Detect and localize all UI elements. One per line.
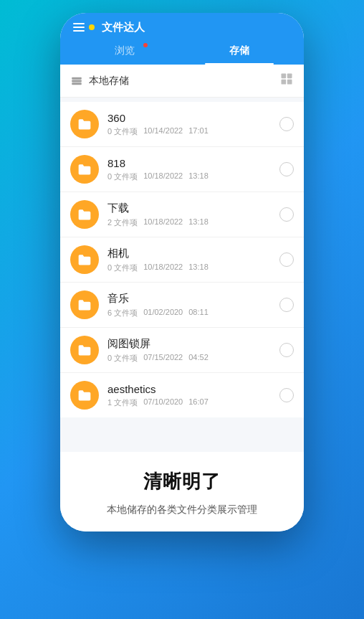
file-date: 10/18/2022 (143, 263, 183, 273)
file-info: 下载 2 文件项 10/18/2022 13:18 (107, 202, 279, 228)
file-date: 07/15/2022 (143, 353, 183, 364)
tab-browse-dot (143, 43, 148, 47)
file-date: 01/02/2020 (143, 308, 183, 318)
file-name: 下载 (107, 202, 279, 215)
file-date: 10/18/2022 (143, 171, 183, 182)
tab-storage[interactable]: 存储 (182, 39, 297, 65)
folder-icon-wrap (70, 200, 99, 229)
app-title: 文件达人 (102, 21, 145, 34)
svg-rect-6 (287, 80, 292, 85)
folder-icon (77, 389, 92, 402)
hamburger-icon[interactable] (73, 23, 85, 32)
list-item[interactable]: 818 0 文件项 10/18/2022 13:18 (60, 147, 304, 192)
bottom-section: 清晰明了 本地储存的各类文件分类展示管理 (60, 452, 304, 531)
folder-icon (77, 253, 92, 266)
file-meta: 6 文件项 01/02/2020 08:11 (107, 308, 279, 318)
notification-dot (89, 24, 95, 30)
file-info: 音乐 6 文件项 01/02/2020 08:11 (107, 292, 279, 318)
file-meta: 2 文件项 10/18/2022 13:18 (107, 217, 279, 228)
folder-icon (77, 298, 92, 311)
storage-icon (70, 75, 83, 88)
content-area: 本地存储 360 0 文 (60, 65, 304, 452)
svg-rect-3 (282, 74, 287, 79)
file-name: 相机 (107, 247, 279, 260)
folder-icon (77, 208, 92, 221)
list-item[interactable]: 下载 2 文件项 10/18/2022 13:18 (60, 192, 304, 237)
folder-icon-wrap (70, 245, 99, 274)
svg-rect-2 (72, 82, 82, 85)
tab-bar: 浏览 存储 (60, 39, 304, 65)
file-count: 0 文件项 (107, 126, 138, 137)
list-item[interactable]: 360 0 文件项 10/14/2022 17:01 (60, 102, 304, 147)
file-info: 相机 0 文件项 10/18/2022 13:18 (107, 247, 279, 273)
file-name: 音乐 (107, 292, 279, 306)
bottom-description: 本地储存的各类文件分类展示管理 (77, 501, 287, 517)
file-count: 6 文件项 (107, 308, 138, 318)
folder-icon (77, 118, 92, 131)
file-meta: 0 文件项 07/15/2022 04:52 (107, 353, 279, 364)
file-select-radio[interactable] (279, 388, 294, 402)
file-count: 1 文件项 (107, 397, 138, 408)
svg-rect-0 (72, 77, 82, 79)
folder-icon-wrap (70, 155, 99, 184)
file-count: 0 文件项 (107, 353, 138, 364)
file-count: 2 文件项 (107, 217, 138, 228)
tab-browse[interactable]: 浏览 (67, 39, 182, 65)
folder-icon-wrap (70, 381, 99, 410)
list-item[interactable]: 阅图锁屏 0 文件项 07/15/2022 04:52 (60, 328, 304, 373)
file-date: 10/14/2022 (143, 126, 183, 137)
file-select-radio[interactable] (279, 298, 294, 312)
file-count: 0 文件项 (107, 171, 138, 182)
folder-icon (77, 344, 92, 356)
list-item[interactable]: 音乐 6 文件项 01/02/2020 08:11 (60, 283, 304, 328)
file-list: 360 0 文件项 10/14/2022 17:01 818 0 文件项 10/… (60, 102, 304, 417)
file-time: 17:01 (188, 126, 209, 137)
file-name: 818 (107, 157, 279, 169)
file-info: 360 0 文件项 10/14/2022 17:01 (107, 112, 279, 137)
file-select-radio[interactable] (279, 162, 294, 176)
bottom-title: 清晰明了 (77, 469, 287, 494)
file-time: 13:18 (188, 171, 209, 182)
file-name: 阅图锁屏 (107, 337, 279, 351)
file-date: 07/10/2020 (143, 397, 183, 408)
file-meta: 0 文件项 10/18/2022 13:18 (107, 263, 279, 273)
file-select-radio[interactable] (279, 207, 294, 222)
toolbar-left: 本地存储 (70, 75, 129, 88)
toolbar-title: 本地存储 (89, 75, 129, 88)
file-time: 13:18 (188, 263, 209, 273)
file-name: 360 (107, 112, 279, 124)
folder-icon (77, 163, 92, 176)
file-name: aesthetics (107, 383, 279, 395)
file-select-radio[interactable] (279, 343, 294, 357)
file-select-radio[interactable] (279, 117, 294, 131)
phone-frame: 文件达人 浏览 存储 本地存储 (60, 13, 304, 531)
list-item[interactable]: aesthetics 1 文件项 07/10/2020 16:07 (60, 373, 304, 417)
file-info: aesthetics 1 文件项 07/10/2020 16:07 (107, 383, 279, 408)
file-meta: 0 文件项 10/14/2022 17:01 (107, 126, 279, 137)
file-meta: 0 文件项 10/18/2022 13:18 (107, 171, 279, 182)
file-date: 10/18/2022 (143, 217, 183, 228)
file-count: 0 文件项 (107, 263, 138, 273)
file-info: 818 0 文件项 10/18/2022 13:18 (107, 157, 279, 182)
toolbar: 本地存储 (60, 65, 304, 98)
file-meta: 1 文件项 07/10/2020 16:07 (107, 397, 279, 408)
folder-icon-wrap (70, 290, 99, 319)
file-time: 08:11 (188, 308, 209, 318)
folder-icon-wrap (70, 110, 99, 138)
file-time: 13:18 (188, 217, 209, 228)
svg-rect-5 (282, 80, 287, 85)
file-time: 04:52 (188, 353, 209, 364)
status-bar: 文件达人 (60, 13, 304, 39)
svg-rect-4 (287, 74, 292, 79)
list-item[interactable]: 相机 0 文件项 10/18/2022 13:18 (60, 237, 304, 283)
file-select-radio[interactable] (279, 252, 294, 267)
svg-rect-1 (72, 80, 82, 82)
file-time: 16:07 (188, 397, 209, 408)
file-info: 阅图锁屏 0 文件项 07/15/2022 04:52 (107, 337, 279, 364)
grid-view-icon[interactable] (279, 72, 294, 90)
status-bar-left: 文件达人 (73, 21, 145, 34)
folder-icon-wrap (70, 336, 99, 364)
